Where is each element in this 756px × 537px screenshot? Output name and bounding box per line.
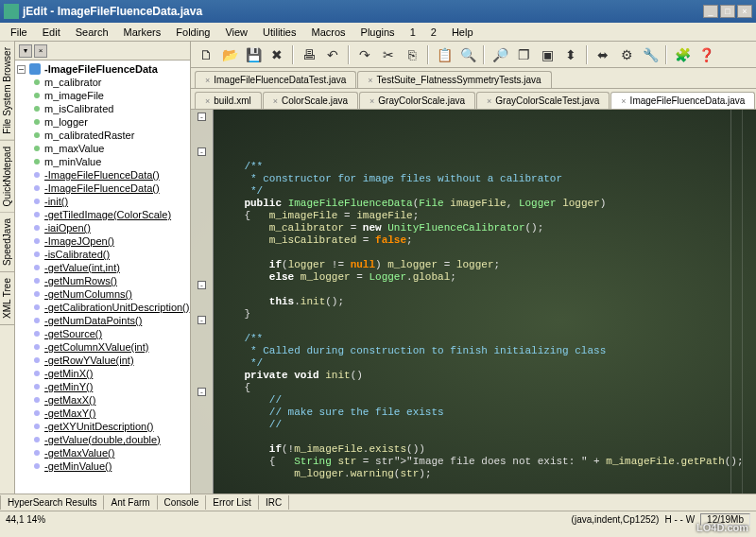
bottom-tab-irc[interactable]: IRC bbox=[259, 495, 289, 510]
tree-item[interactable]: -getMinX() bbox=[17, 367, 188, 380]
tree-item[interactable]: -getNumRows() bbox=[17, 274, 188, 287]
new-view-button[interactable]: ❐ bbox=[512, 43, 535, 66]
tree-item[interactable]: -getCalibrationUnitDescription() bbox=[17, 301, 188, 314]
find-next-button[interactable]: 🔎 bbox=[489, 43, 511, 66]
bottom-tab-console[interactable]: Console bbox=[158, 495, 207, 510]
menu-file[interactable]: File bbox=[4, 25, 34, 40]
bottom-tab-error-list[interactable]: Error List bbox=[206, 495, 259, 510]
new-button[interactable]: 🗋 bbox=[195, 43, 217, 66]
tree-item[interactable]: -getMaxY() bbox=[17, 407, 188, 420]
collapse-icon[interactable]: – bbox=[17, 65, 26, 74]
copy-button[interactable]: ⎘ bbox=[401, 43, 423, 66]
tree-item[interactable]: m_calibrator bbox=[17, 76, 188, 89]
tree-item[interactable]: -getTiledImage(ColorScale) bbox=[17, 208, 188, 221]
menu-folding[interactable]: Folding bbox=[169, 25, 216, 40]
tree-item[interactable]: -ImageJOpen() bbox=[17, 234, 188, 248]
file-tab[interactable]: ×TestSuite_FlatnessSymmetryTests.java bbox=[357, 71, 551, 88]
tree-item[interactable]: -ImageFileFluenceData() bbox=[17, 168, 188, 182]
unsplit-button[interactable]: ▣ bbox=[536, 43, 558, 66]
plugin-mgr-button[interactable]: 🧩 bbox=[671, 43, 694, 66]
tree-item[interactable]: -getSource() bbox=[17, 327, 188, 340]
print-button[interactable]: 🖶 bbox=[298, 43, 320, 66]
split-horiz-button[interactable]: ⬍ bbox=[559, 43, 582, 66]
file-tab[interactable]: ×ImageFileFluenceDataTest.java bbox=[195, 71, 356, 88]
tree-item[interactable]: -init() bbox=[17, 195, 188, 208]
close-button[interactable]: × bbox=[737, 5, 752, 18]
file-tab[interactable]: ×ColorScale.java bbox=[263, 92, 358, 109]
tree-item[interactable]: m_maxValue bbox=[17, 142, 188, 155]
close-tab-icon[interactable]: × bbox=[273, 96, 278, 106]
code-editor[interactable]: ----- /** * constructor for image files … bbox=[191, 110, 756, 494]
dock-tab-xml-tree[interactable]: XML Tree bbox=[0, 272, 14, 325]
tree-item[interactable]: -getNumDataPoints() bbox=[17, 314, 188, 327]
cut-button[interactable]: ✂ bbox=[377, 43, 400, 66]
paste-button[interactable]: 📋 bbox=[433, 43, 455, 66]
menu-plugins[interactable]: Plugins bbox=[354, 25, 402, 40]
bottom-tab-hypersearch-results[interactable]: HyperSearch Results bbox=[0, 495, 104, 510]
save-button[interactable]: 💾 bbox=[242, 43, 265, 66]
help-button[interactable]: ❓ bbox=[695, 43, 717, 66]
dock-tab-quicknotepad[interactable]: QuickNotepad bbox=[0, 141, 14, 213]
menu-macros[interactable]: Macros bbox=[304, 25, 352, 40]
sidebar-close-button[interactable]: × bbox=[34, 44, 47, 58]
menu-view[interactable]: View bbox=[218, 25, 254, 40]
props-button[interactable]: ⚙ bbox=[615, 43, 638, 66]
close-tab-icon[interactable]: × bbox=[205, 96, 210, 106]
menu-search[interactable]: Search bbox=[69, 25, 115, 40]
memory-status[interactable]: 12/19Mb bbox=[700, 513, 750, 526]
close-tab-icon[interactable]: × bbox=[369, 96, 374, 106]
tree-item[interactable]: -getXYUnitDescription() bbox=[17, 420, 188, 433]
open-button[interactable]: 📂 bbox=[218, 43, 241, 66]
plugin-opts-button[interactable]: 🔧 bbox=[639, 43, 662, 66]
fold-toggle[interactable]: - bbox=[198, 388, 206, 396]
close-tab-icon[interactable]: × bbox=[368, 76, 372, 85]
class-tree[interactable]: – -ImageFileFluenceData m_calibratorm_im… bbox=[15, 61, 190, 494]
file-tab[interactable]: ×GrayColorScaleTest.java bbox=[476, 92, 610, 109]
bottom-tab-ant-farm[interactable]: Ant Farm bbox=[104, 495, 157, 510]
sidebar-menu-button[interactable]: ▾ bbox=[19, 44, 32, 58]
file-tab[interactable]: ×GrayColorScale.java bbox=[359, 92, 475, 109]
menu-1[interactable]: 1 bbox=[404, 25, 422, 40]
tree-item[interactable]: -getColumnXValue(int) bbox=[17, 340, 188, 354]
tree-item[interactable]: -ImageFileFluenceData() bbox=[17, 182, 188, 195]
close-tab-icon[interactable]: × bbox=[621, 96, 626, 106]
menu-utilities[interactable]: Utilities bbox=[256, 25, 302, 40]
maximize-button[interactable]: □ bbox=[720, 5, 735, 18]
tree-item[interactable]: m_imageFile bbox=[17, 89, 188, 102]
close-tab-icon[interactable]: × bbox=[205, 76, 210, 85]
menu-help[interactable]: Help bbox=[445, 25, 480, 40]
minimize-button[interactable]: _ bbox=[703, 5, 718, 18]
split-vert-button[interactable]: ⬌ bbox=[592, 43, 614, 66]
tree-item[interactable]: -getValue(int,int) bbox=[17, 261, 188, 274]
tree-item[interactable]: m_isCalibrated bbox=[17, 102, 188, 115]
fold-toggle[interactable]: - bbox=[198, 113, 206, 121]
tree-item[interactable]: -getMaxX() bbox=[17, 393, 188, 407]
tree-item[interactable]: m_minValue bbox=[17, 155, 188, 168]
gutter[interactable]: ----- bbox=[191, 110, 214, 494]
fold-toggle[interactable]: - bbox=[198, 281, 206, 289]
tree-item[interactable]: -getValue(double,double) bbox=[17, 433, 188, 446]
close-button[interactable]: ✖ bbox=[266, 43, 288, 66]
tree-item[interactable]: m_calibratedRaster bbox=[17, 129, 188, 142]
tree-item[interactable]: -getMinY() bbox=[17, 380, 188, 393]
tree-item[interactable]: -getNumColumns() bbox=[17, 287, 188, 301]
find-button[interactable]: 🔍 bbox=[456, 43, 479, 66]
menu-2[interactable]: 2 bbox=[424, 25, 443, 40]
menu-edit[interactable]: Edit bbox=[36, 25, 67, 40]
tree-item[interactable]: m_logger bbox=[17, 115, 188, 129]
close-tab-icon[interactable]: × bbox=[487, 96, 491, 106]
tree-root[interactable]: – -ImageFileFluenceData bbox=[17, 62, 188, 76]
dock-tab-speedjava[interactable]: SpeedJava bbox=[0, 213, 14, 272]
fold-toggle[interactable]: - bbox=[198, 147, 206, 156]
tree-item[interactable]: -isCalibrated() bbox=[17, 248, 188, 261]
menu-markers[interactable]: Markers bbox=[117, 25, 168, 40]
file-tab[interactable]: ×ImageFileFluenceData.java bbox=[610, 92, 755, 109]
tree-item[interactable]: -getMaxValue() bbox=[17, 446, 188, 459]
dock-tab-file-system-browser[interactable]: File System Browser bbox=[0, 42, 14, 141]
file-tab[interactable]: ×build.xml bbox=[195, 92, 262, 109]
tree-item[interactable]: -iaiOpen() bbox=[17, 221, 188, 234]
fold-toggle[interactable]: - bbox=[198, 316, 206, 324]
redo-button[interactable]: ↷ bbox=[353, 43, 376, 66]
tree-item[interactable]: -getMinValue() bbox=[17, 459, 188, 473]
undo-button[interactable]: ↶ bbox=[321, 43, 344, 66]
